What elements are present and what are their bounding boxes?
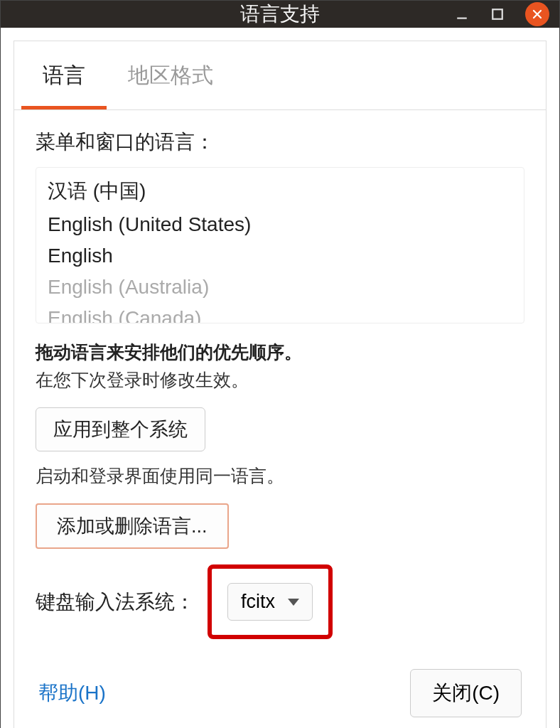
- language-panel: 菜单和窗口的语言： 汉语 (中国) English (United States…: [14, 110, 546, 653]
- close-icon[interactable]: [525, 2, 549, 26]
- content-frame: 语言 地区格式 菜单和窗口的语言： 汉语 (中国) English (Unite…: [1, 28, 559, 728]
- drag-hint-bold: 拖动语言来安排他们的优先顺序。: [36, 341, 524, 364]
- tab-language[interactable]: 语言: [21, 41, 107, 109]
- tabs: 语言 地区格式: [14, 41, 546, 110]
- same-language-hint: 启动和登录界面使用同一语言。: [36, 464, 524, 488]
- annotation-highlight: fcitx: [208, 564, 333, 639]
- add-remove-languages-button[interactable]: 添加或删除语言...: [36, 503, 229, 549]
- ime-row: 键盘输入法系统： fcitx: [36, 564, 524, 639]
- ime-system-dropdown[interactable]: fcitx: [227, 583, 313, 621]
- language-support-window: 语言支持 语言 地区格式 菜单和窗口的语言： 汉语 (中国): [0, 0, 560, 728]
- language-list[interactable]: 汉语 (中国) English (United States) English …: [36, 167, 524, 323]
- maximize-icon[interactable]: [490, 6, 505, 22]
- ime-system-label: 键盘输入法系统：: [36, 589, 195, 616]
- window-controls: [454, 2, 549, 26]
- svg-rect-0: [457, 18, 467, 19]
- svg-rect-1: [492, 9, 502, 19]
- minimize-icon[interactable]: [454, 6, 470, 22]
- ime-system-value: fcitx: [241, 591, 275, 613]
- list-item[interactable]: English (Australia): [43, 272, 517, 303]
- drag-hint: 在您下次登录时修改生效。: [36, 368, 524, 392]
- apply-system-wide-button[interactable]: 应用到整个系统: [36, 407, 205, 451]
- list-item[interactable]: 汉语 (中国): [43, 173, 517, 209]
- close-button[interactable]: 关闭(C): [410, 669, 522, 717]
- list-item[interactable]: English (United States): [43, 209, 517, 240]
- titlebar: 语言支持: [1, 1, 559, 28]
- menu-window-language-label: 菜单和窗口的语言：: [36, 129, 524, 156]
- content-inner: 语言 地区格式 菜单和窗口的语言： 汉语 (中国) English (Unite…: [14, 41, 546, 728]
- help-button[interactable]: 帮助(H): [38, 680, 106, 707]
- chevron-down-icon: [288, 599, 299, 606]
- tab-region-format[interactable]: 地区格式: [107, 41, 235, 109]
- list-item[interactable]: English: [43, 240, 517, 272]
- dialog-footer: 帮助(H) 关闭(C): [14, 653, 546, 728]
- list-item[interactable]: English (Canada): [43, 303, 517, 323]
